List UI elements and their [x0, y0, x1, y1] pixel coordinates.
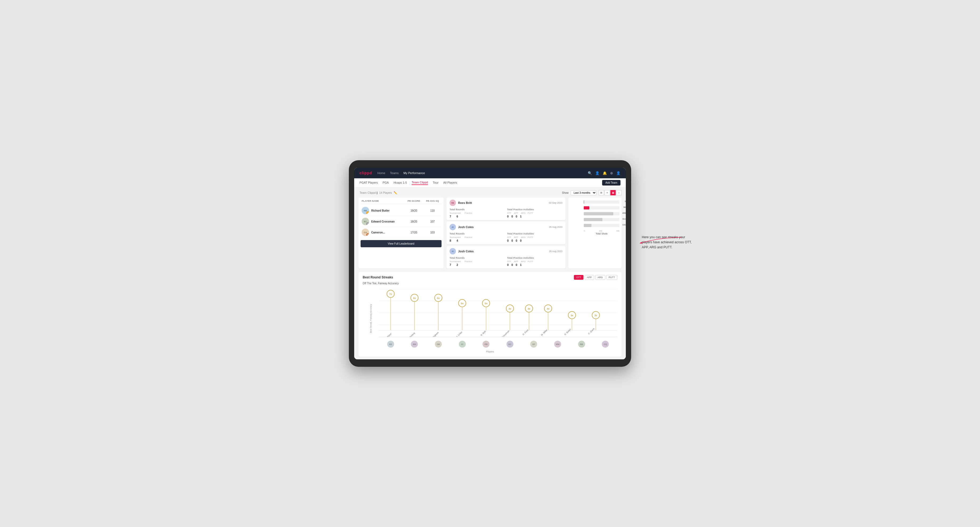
avatar-icon[interactable]: 👤 — [616, 171, 620, 175]
pb-avg: 110 — [425, 209, 441, 212]
bar-row-pars: Pars 499 — [584, 211, 619, 216]
pb-score: 19/20 — [403, 209, 425, 212]
player-date: 26 Aug 2023 — [549, 226, 562, 229]
app-value: 0 — [511, 239, 513, 242]
bar-row-eagles: Eagles 3 — [584, 200, 619, 205]
arg-value: 0 — [515, 215, 517, 218]
logo: clippd — [360, 171, 372, 175]
svg-text:E. Crossman: E. Crossman — [500, 330, 510, 337]
bar-value: 3 — [625, 200, 626, 203]
ott-value: 0 — [507, 263, 509, 267]
player-card: RB Rees Britt 02 Sep 2023 Total Rounds T… — [446, 197, 566, 220]
sub-nav-pga[interactable]: PGA — [383, 181, 389, 185]
player-avatar: CQ — [602, 341, 609, 348]
svg-text:4x: 4x — [547, 307, 549, 310]
filter-putt[interactable]: PUTT — [606, 275, 617, 280]
sub-nav: PGAT Players PGA Hcaps 1-5 Team Clippd T… — [354, 178, 626, 187]
arg-value: 0 — [515, 239, 517, 242]
bar-axis: 0 200 400 — [584, 230, 619, 232]
sub-nav-hcaps[interactable]: Hcaps 1-5 — [394, 181, 407, 185]
sub-nav-all-players[interactable]: All Players — [444, 181, 457, 185]
bar-value: 131 — [622, 224, 626, 226]
player-row: EC 2 Edward Crossman 18/20 107 — [361, 216, 442, 227]
stat-group-label: Total Practice Activities — [507, 208, 562, 211]
svg-text:D. Ford: D. Ford — [522, 329, 529, 336]
filter-ott[interactable]: OTT — [574, 275, 584, 280]
avatar: RB 1 — [362, 207, 369, 214]
dot-chart-svg: 7x 6x 6x 5x — [379, 289, 617, 337]
axis-label: 0 — [584, 230, 585, 232]
putt-value: 0 — [520, 239, 522, 242]
view-table-icon[interactable]: ↕ — [616, 190, 622, 195]
bar-fill — [584, 212, 613, 215]
settings-icon[interactable]: ⊕ — [610, 171, 613, 175]
stat-group-label: Total Practice Activities — [507, 232, 562, 235]
player-avatar: RB — [482, 341, 490, 348]
ott-value: 0 — [507, 239, 509, 242]
bar-row-bogeys: Bogeys 311 — [584, 217, 619, 222]
player-avatar: DB — [435, 341, 442, 348]
pb-score: 18/20 — [403, 220, 425, 223]
filter-arg[interactable]: ARG — [595, 275, 605, 280]
avatar: EC 2 — [362, 218, 369, 225]
view-card-icon[interactable]: ▦ — [610, 190, 616, 195]
period-select[interactable]: Last 3 months — [571, 190, 597, 195]
tournament-value: 7 — [450, 215, 451, 218]
rank-badge: 3 — [366, 233, 369, 236]
avatar-row: EE BM DB JC RB EC DF MM RB CQ — [379, 339, 617, 348]
axis-label: 400 — [616, 230, 619, 232]
putt-value: 1 — [520, 263, 522, 267]
bar-track: 3 — [584, 200, 619, 204]
y-axis-label-container: Best Streak, Fairway Accuracy — [363, 289, 379, 348]
bar-fill — [584, 200, 584, 204]
add-team-button[interactable]: Add Team — [602, 180, 620, 186]
bar-row-dbogeys: D. Bogeys + 131 — [584, 223, 619, 228]
nav-home[interactable]: Home — [377, 171, 385, 175]
practice-value: 6 — [457, 215, 458, 218]
nav-teams[interactable]: Teams — [390, 171, 399, 175]
player-row: RB 1 Richard Butler 19/20 110 — [361, 205, 442, 216]
filter-app[interactable]: APP — [584, 275, 594, 280]
player-name: Richard Butler — [371, 209, 390, 212]
nav-my-performance[interactable]: My Performance — [403, 171, 425, 175]
bar-chart-card: Eagles 3 Birdies 96 — [568, 197, 622, 268]
stat-group-activities: Total Practice Activities OTT APP ARG PU… — [507, 257, 562, 267]
svg-text:E. Ebert: E. Ebert — [385, 332, 392, 337]
stat-group-rounds: Total Rounds Tournament Practice 7 6 — [450, 208, 505, 218]
sub-nav-team-clippd[interactable]: Team Clippd — [412, 181, 428, 185]
view-list-icon[interactable]: ≡ — [605, 190, 610, 195]
svg-text:6x: 6x — [413, 297, 416, 300]
sub-nav-tour[interactable]: Tour — [433, 181, 438, 185]
bar-track: 311 — [584, 218, 619, 221]
user-icon[interactable]: 👤 — [595, 171, 600, 175]
edit-icon[interactable]: ✏️ — [394, 191, 397, 195]
stat-group-activities: Total Practice Activities OTT APP ARG PU… — [507, 208, 562, 218]
stat-group-label: Total Rounds — [450, 257, 505, 259]
avatar: JC — [450, 224, 456, 230]
svg-text:5x: 5x — [461, 302, 464, 305]
lb-header: PLAYER NAME PB SCORE PB AVG SQ — [361, 200, 442, 204]
axis-label: 200 — [599, 230, 602, 232]
svg-text:R. Britt: R. Britt — [480, 330, 487, 337]
bar-track: 131 — [584, 224, 619, 227]
three-col-layout: PLAYER NAME PB SCORE PB AVG SQ RB 1 Rich… — [358, 197, 622, 268]
bell-icon[interactable]: 🔔 — [603, 171, 607, 175]
player-date: 26 Aug 2023 — [549, 250, 562, 252]
col-player-name: PLAYER NAME — [362, 200, 403, 202]
view-leaderboard-button[interactable]: View Full Leaderboard — [361, 240, 442, 247]
x-axis-label: Players — [363, 349, 617, 354]
player-avatar: JC — [459, 341, 466, 348]
tournament-value: 8 — [450, 239, 451, 242]
bar-fill — [584, 218, 602, 221]
streaks-title: Best Round Streaks — [363, 275, 393, 279]
view-grid-icon[interactable]: ⊞ — [599, 190, 604, 195]
practice-value: 2 — [457, 263, 458, 267]
bar-fill — [584, 206, 589, 210]
sub-nav-pgat[interactable]: PGAT Players — [360, 181, 378, 185]
practice-value: 4 — [457, 239, 458, 242]
nav-links: Home Teams My Performance — [377, 171, 582, 175]
search-icon[interactable]: 🔍 — [588, 171, 592, 175]
pb-score: 17/20 — [403, 231, 425, 234]
player-name: Josh Coles — [458, 250, 474, 253]
svg-text:4x: 4x — [509, 307, 511, 310]
